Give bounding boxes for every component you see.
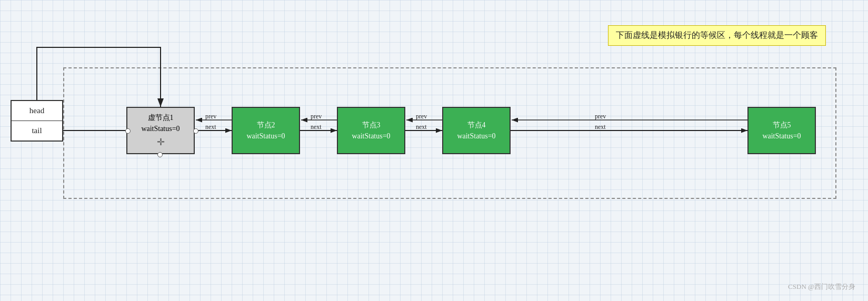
- node5-label: 节点5: [773, 119, 791, 131]
- conn-label-prev-4: prev: [595, 113, 606, 121]
- head-tail-box: head tail: [11, 100, 63, 142]
- node4-label: 节点4: [467, 119, 486, 131]
- node4: 节点4 waitStatus=0: [442, 107, 511, 154]
- virtual-node-status: waitStatus=0: [141, 123, 179, 134]
- node5: 节点5 waitStatus=0: [747, 107, 816, 154]
- conn-label-next-4: next: [595, 123, 606, 131]
- head-cell: head: [12, 101, 62, 121]
- conn-label-next-2: next: [311, 123, 322, 131]
- tail-cell: tail: [12, 121, 62, 141]
- move-icon: ✛: [157, 135, 165, 149]
- conn-label-prev-1: prev: [205, 113, 216, 121]
- node3: 节点3 waitStatus=0: [337, 107, 405, 154]
- conn-label-next-1: next: [205, 123, 216, 131]
- virtual-node-label: 虚节点1: [148, 112, 174, 123]
- bottom-circle-handle: [157, 152, 163, 157]
- left-circle-handle: [125, 128, 131, 134]
- node4-status: waitStatus=0: [457, 131, 495, 142]
- node2-label: 节点2: [257, 119, 275, 131]
- node3-status: waitStatus=0: [352, 131, 390, 142]
- watermark: CSDN @西门吹雪分身: [788, 282, 855, 292]
- node2: 节点2 waitStatus=0: [232, 107, 300, 154]
- node3-label: 节点3: [362, 119, 381, 131]
- annotation-box: 下面虚线是模拟银行的等候区，每个线程就是一个顾客: [608, 25, 826, 46]
- virtual-node: 虚节点1 waitStatus=0 ✛: [126, 107, 195, 154]
- conn-label-prev-2: prev: [311, 113, 322, 121]
- right-circle-handle: [193, 128, 198, 134]
- conn-label-prev-3: prev: [416, 113, 427, 121]
- node5-status: waitStatus=0: [762, 131, 801, 142]
- conn-label-next-3: next: [416, 123, 427, 131]
- node2-status: waitStatus=0: [246, 131, 285, 142]
